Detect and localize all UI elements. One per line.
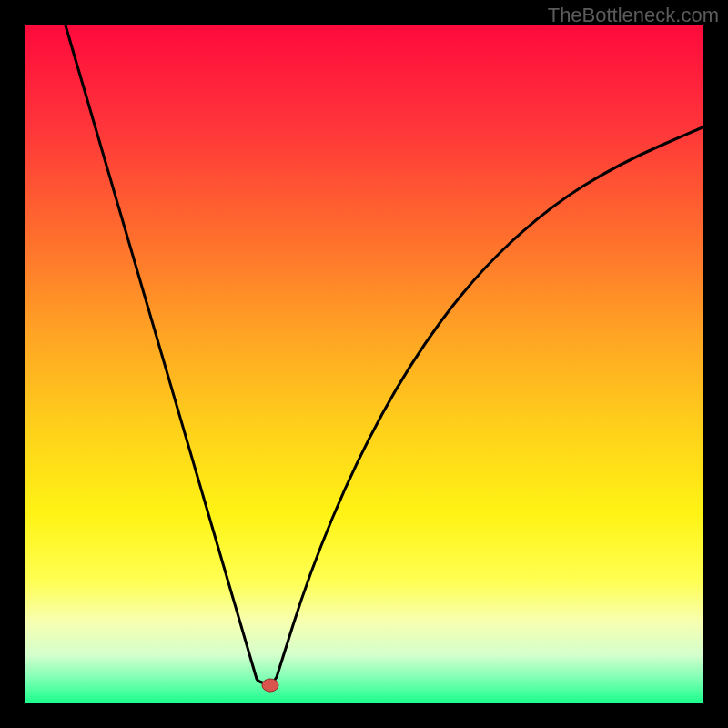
watermark-text: TheBottleneck.com <box>548 4 719 27</box>
plot-area <box>25 25 703 703</box>
bottleneck-chart <box>0 0 728 728</box>
optimum-marker <box>262 679 278 692</box>
